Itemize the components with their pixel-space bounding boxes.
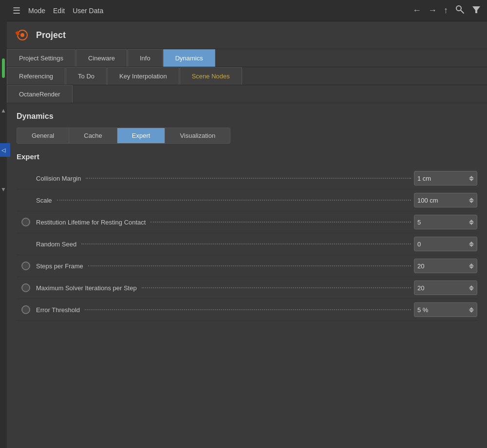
sub-tab-general[interactable]: General: [17, 128, 69, 143]
spinner[interactable]: [469, 176, 474, 181]
property-label-text: Scale: [36, 197, 52, 204]
property-label: Collision Margin: [36, 175, 414, 182]
sidebar-green-indicator: [2, 58, 5, 78]
tab-cineware[interactable]: Cineware: [76, 49, 127, 67]
spinner-up-icon[interactable]: [469, 307, 474, 310]
dot-leader: [81, 243, 411, 244]
property-row: Error Threshold5 %: [17, 299, 477, 321]
sub-tab-visualization[interactable]: Visualization: [165, 128, 230, 143]
sidebar-arrow-up[interactable]: ▲: [0, 107, 6, 114]
radio-button[interactable]: [21, 218, 30, 226]
property-input[interactable]: 1 cm: [414, 171, 477, 186]
dot-leader: [150, 222, 411, 223]
property-label: Steps per Frame: [36, 262, 414, 270]
sub-tab-expert[interactable]: Expert: [117, 128, 166, 143]
toolbar: ☰ Mode Edit User Data ← → ↑: [7, 0, 487, 21]
property-row: Steps per Frame20: [17, 255, 477, 277]
property-value: 0: [417, 241, 421, 248]
spinner[interactable]: [469, 220, 474, 225]
dot-leader: [86, 178, 411, 179]
tab-todo[interactable]: To Do: [66, 67, 107, 85]
property-label-text: Error Threshold: [36, 306, 80, 314]
menu-mode[interactable]: Mode: [28, 7, 45, 15]
spinner-up-icon[interactable]: [469, 263, 474, 266]
dot-leader: [88, 265, 411, 266]
up-icon[interactable]: ↑: [444, 5, 448, 16]
menu-edit[interactable]: Edit: [53, 7, 65, 15]
property-value: 20: [417, 284, 424, 292]
property-group: Collision Margin1 cmScale100 cmRestituti…: [17, 168, 477, 321]
radio-button[interactable]: [21, 261, 30, 270]
tab-dynamics[interactable]: Dynamics: [163, 49, 215, 67]
radio-button[interactable]: [21, 283, 30, 292]
spinner[interactable]: [469, 263, 474, 269]
property-label: Error Threshold: [36, 306, 414, 314]
svg-point-5: [20, 33, 24, 37]
expert-subsection-title: Expert: [17, 152, 477, 161]
property-label-text: Restitution Lifetime for Resting Contact: [36, 219, 146, 226]
spinner-up-icon[interactable]: [469, 285, 474, 288]
property-row: Collision Margin1 cm: [17, 168, 477, 189]
sidebar-arrow-down[interactable]: ▼: [0, 186, 6, 193]
property-label: Scale: [36, 197, 414, 204]
spinner-down-icon[interactable]: [469, 310, 474, 313]
spinner-down-icon[interactable]: [469, 223, 474, 225]
tab-project-settings[interactable]: Project Settings: [7, 49, 75, 67]
tab-key-interpolation[interactable]: Key Interpolation: [107, 67, 179, 85]
spinner[interactable]: [469, 307, 474, 313]
left-sidebar: ▲ ◁ ▼: [0, 0, 7, 448]
property-input[interactable]: 5: [414, 215, 477, 229]
spinner-up-icon[interactable]: [469, 198, 474, 200]
dot-leader: [142, 287, 411, 288]
property-label-text: Maximum Solver Iterations per Step: [36, 284, 137, 292]
property-label-text: Steps per Frame: [36, 262, 83, 270]
filter-icon[interactable]: [471, 4, 481, 17]
tab-info[interactable]: Info: [128, 49, 163, 67]
project-icon: [14, 26, 31, 44]
property-row: Scale100 cm: [17, 189, 477, 211]
property-input[interactable]: 5 %: [414, 302, 477, 317]
property-input[interactable]: 20: [414, 259, 477, 273]
spinner-down-icon[interactable]: [469, 266, 474, 269]
main-content: Dynamics General Cache Expert Visualizat…: [7, 103, 487, 333]
tab-row-1: Project Settings Cineware Info Dynamics: [7, 49, 487, 67]
property-input[interactable]: 0: [414, 237, 477, 251]
svg-line-1: [461, 10, 464, 13]
property-label-text: Collision Margin: [36, 175, 81, 182]
spinner-up-icon[interactable]: [469, 220, 474, 222]
tab-scene-nodes[interactable]: Scene Nodes: [180, 67, 242, 85]
spinner-down-icon[interactable]: [469, 244, 474, 247]
toolbar-icons: ← → ↑: [412, 4, 481, 17]
tab-row-3: OctaneRender: [7, 85, 487, 103]
spinner-up-icon[interactable]: [469, 242, 474, 244]
radio-button[interactable]: [21, 305, 30, 314]
svg-marker-2: [472, 6, 480, 13]
back-icon[interactable]: ←: [412, 5, 421, 16]
spinner-down-icon[interactable]: [469, 288, 474, 291]
forward-icon[interactable]: →: [428, 5, 437, 16]
sidebar-blue-widget[interactable]: ◁: [0, 143, 10, 157]
property-value: 20: [417, 262, 424, 270]
menu-user-data[interactable]: User Data: [73, 7, 103, 15]
spinner[interactable]: [469, 242, 474, 247]
spinner[interactable]: [469, 198, 474, 203]
tab-referencing[interactable]: Referencing: [7, 67, 65, 85]
hamburger-icon[interactable]: ☰: [13, 5, 20, 16]
property-label: Maximum Solver Iterations per Step: [36, 284, 414, 292]
spinner[interactable]: [469, 285, 474, 291]
sub-tab-cache[interactable]: Cache: [69, 128, 117, 143]
spinner-up-icon[interactable]: [469, 176, 474, 178]
property-value: 100 cm: [417, 197, 438, 204]
spinner-down-icon[interactable]: [469, 179, 474, 181]
sub-tab-row: General Cache Expert Visualization: [17, 128, 230, 144]
spinner-down-icon[interactable]: [469, 201, 474, 203]
property-input[interactable]: 20: [414, 280, 477, 295]
tab-octane-render[interactable]: OctaneRender: [7, 85, 73, 103]
dot-leader: [85, 309, 411, 310]
search-icon[interactable]: [455, 4, 465, 17]
dynamics-section-title: Dynamics: [17, 112, 477, 121]
property-label: Random Seed: [36, 241, 414, 248]
property-row: Restitution Lifetime for Resting Contact…: [17, 211, 477, 233]
property-input[interactable]: 100 cm: [414, 193, 477, 207]
property-value: 1 cm: [417, 175, 431, 182]
